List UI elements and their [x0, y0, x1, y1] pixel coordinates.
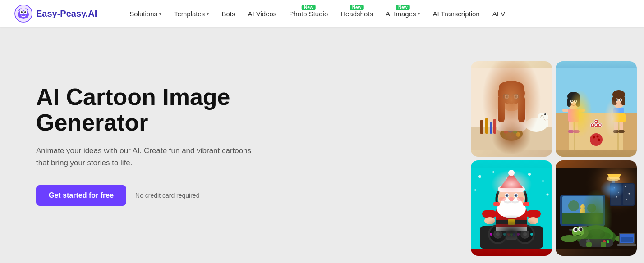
- cartoon-image-1: [471, 61, 552, 157]
- svg-point-103: [507, 233, 510, 236]
- svg-point-51: [598, 124, 601, 127]
- svg-point-106: [490, 233, 492, 236]
- svg-rect-160: [560, 195, 605, 226]
- svg-rect-186: [586, 242, 592, 247]
- svg-point-101: [523, 232, 527, 236]
- svg-point-171: [580, 228, 583, 231]
- svg-point-114: [498, 186, 525, 211]
- svg-rect-82: [620, 122, 623, 131]
- logo-link[interactable]: Easy-Peasy.AI: [14, 5, 97, 23]
- svg-point-135: [528, 217, 538, 224]
- svg-point-28: [506, 96, 508, 98]
- nav-link-ai-videos[interactable]: AI Videos: [242, 6, 282, 21]
- svg-rect-112: [496, 220, 527, 224]
- svg-point-86: [478, 175, 481, 178]
- svg-point-123: [506, 194, 509, 197]
- svg-point-69: [568, 130, 574, 133]
- svg-point-1: [18, 10, 29, 19]
- svg-point-169: [578, 227, 583, 232]
- svg-point-109: [530, 233, 533, 236]
- svg-point-55: [598, 139, 600, 141]
- svg-rect-102: [506, 231, 517, 240]
- svg-point-122: [514, 193, 518, 198]
- svg-point-27: [515, 95, 518, 99]
- cartoon-turtle-svg: [556, 160, 637, 256]
- svg-point-77: [616, 99, 618, 101]
- svg-point-166: [572, 227, 589, 239]
- svg-point-5: [24, 11, 26, 13]
- svg-point-38: [544, 113, 546, 115]
- svg-point-96: [493, 230, 502, 239]
- svg-point-50: [595, 124, 598, 127]
- cartoon-santa-svg: [471, 160, 552, 256]
- svg-point-14: [508, 128, 513, 133]
- svg-point-16: [516, 132, 520, 137]
- main-content: AI Cartoon Image Generator Animate your …: [0, 27, 644, 263]
- svg-rect-113: [508, 219, 515, 225]
- svg-rect-80: [612, 113, 626, 122]
- svg-point-162: [579, 225, 613, 245]
- svg-point-45: [590, 123, 595, 127]
- svg-point-33: [525, 118, 547, 132]
- navbar: Easy-Peasy.AI Solutions ▾ Templates ▾ Bo…: [0, 0, 644, 27]
- svg-point-161: [576, 228, 616, 246]
- svg-point-140: [607, 177, 620, 181]
- svg-point-170: [575, 228, 578, 231]
- svg-point-48: [595, 120, 598, 123]
- svg-point-62: [571, 100, 573, 102]
- svg-rect-18: [497, 108, 526, 131]
- svg-point-129: [509, 197, 514, 201]
- nav-link-bots[interactable]: Bots: [216, 6, 240, 21]
- svg-rect-42: [574, 113, 575, 150]
- svg-point-177: [603, 240, 606, 243]
- svg-point-89: [528, 173, 531, 176]
- nav-link-ai-transcription[interactable]: AI Transcription: [427, 6, 485, 21]
- svg-point-84: [618, 130, 625, 133]
- nav-item-ai-images: New AI Images ▾: [380, 6, 426, 21]
- svg-rect-115: [498, 186, 525, 192]
- svg-rect-17: [498, 107, 525, 129]
- svg-rect-111: [496, 227, 527, 231]
- svg-rect-67: [569, 122, 573, 131]
- svg-point-118: [497, 200, 526, 218]
- svg-rect-66: [579, 109, 585, 112]
- svg-point-148: [629, 193, 630, 195]
- svg-rect-68: [575, 122, 578, 131]
- svg-rect-136: [556, 168, 637, 249]
- svg-point-4: [21, 11, 23, 13]
- svg-point-125: [506, 195, 508, 196]
- svg-point-29: [515, 96, 517, 98]
- svg-rect-58: [567, 98, 571, 107]
- no-credit-card-text: No credit card required: [135, 192, 199, 199]
- svg-point-53: [593, 136, 595, 139]
- svg-point-15: [513, 129, 517, 134]
- nav-item-ai-videos: AI Videos: [242, 6, 282, 21]
- svg-point-91: [474, 189, 476, 191]
- svg-rect-34: [530, 118, 542, 127]
- svg-point-75: [616, 99, 618, 102]
- svg-point-88: [506, 178, 508, 180]
- nav-link-templates[interactable]: Templates ▾: [169, 6, 214, 21]
- badge-new-ai-images: New: [396, 5, 410, 10]
- svg-point-155: [587, 204, 596, 213]
- svg-point-117: [508, 170, 515, 176]
- svg-point-145: [618, 192, 619, 193]
- svg-rect-131: [523, 202, 529, 206]
- svg-rect-187: [601, 242, 606, 247]
- svg-point-164: [582, 232, 593, 240]
- nav-item-templates: Templates ▾: [169, 6, 214, 21]
- svg-rect-10: [490, 122, 492, 134]
- nav-link-ai-v[interactable]: AI V: [487, 6, 511, 21]
- svg-rect-176: [579, 239, 613, 247]
- svg-point-99: [517, 226, 533, 242]
- svg-point-25: [514, 94, 518, 99]
- svg-point-175: [615, 235, 631, 242]
- nav-link-solutions[interactable]: Solutions ▾: [124, 6, 167, 21]
- svg-rect-138: [612, 174, 615, 188]
- svg-point-87: [492, 171, 494, 173]
- nav-item-ai-transcription: AI Transcription: [427, 6, 485, 21]
- nav-links: Solutions ▾ Templates ▾ Bots AI Videos N…: [124, 6, 630, 21]
- svg-point-24: [505, 94, 509, 99]
- get-started-button[interactable]: Get started for free: [36, 185, 126, 206]
- svg-rect-141: [610, 183, 635, 206]
